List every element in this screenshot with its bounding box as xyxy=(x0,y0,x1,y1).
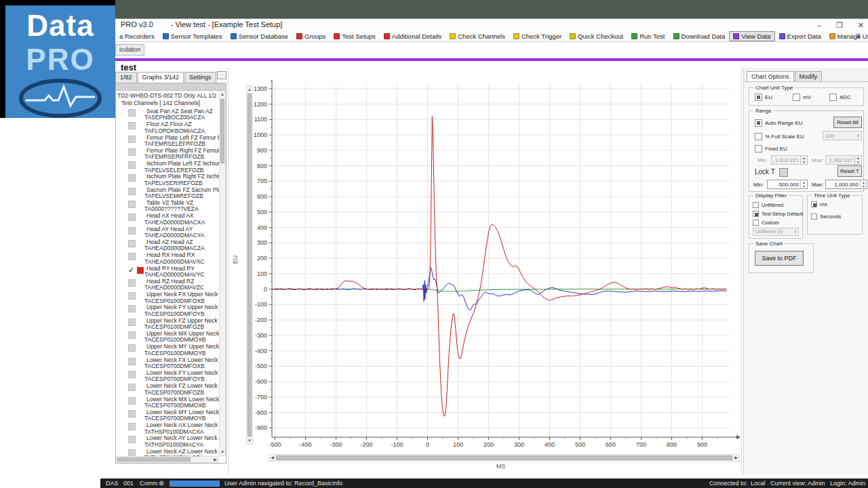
channel-checkbox[interactable] xyxy=(128,436,136,443)
toolbar-button-sensor-database[interactable]: Sensor Database xyxy=(226,31,292,41)
restore-icon[interactable]: ❐ xyxy=(836,22,843,28)
channel-checkbox[interactable] xyxy=(128,227,136,235)
close-icon[interactable]: ✕ xyxy=(858,22,864,28)
adc-checkbox[interactable] xyxy=(829,94,837,101)
unfiltered-checkbox[interactable] xyxy=(753,202,759,208)
channel-checkbox[interactable] xyxy=(128,240,136,247)
fixed-max-spinner[interactable]: 1,362.917▲▼ xyxy=(825,155,862,165)
toolbar-button-check-trigger[interactable]: Check Trigger xyxy=(509,31,566,41)
channel-row-upper-neck-my-upper-neck-my[interactable]: Upper Neck MY Upper Neck MYTACESP0100DMM… xyxy=(116,343,219,356)
scrollbar-thumb[interactable] xyxy=(276,455,732,460)
channel-checkbox[interactable] xyxy=(128,292,136,300)
channel-checkbox[interactable] xyxy=(128,136,136,143)
tree-group-row[interactable]: Test Channels [ 142 Channels] xyxy=(116,100,219,108)
channel-checkbox[interactable] xyxy=(128,423,136,430)
channel-row-lower-neck-fy-lower-neck-fy[interactable]: Lower Neck FY Lower Neck FYTACESP0700DMF… xyxy=(116,369,219,382)
checkmark-icon[interactable]: ✓ xyxy=(128,266,134,274)
full-scale-dropdown[interactable]: 100∨ xyxy=(823,131,862,140)
seconds-checkbox[interactable] xyxy=(811,214,817,220)
filter-dropdown[interactable]: Unfiltered (0)∨ xyxy=(753,228,799,236)
tab-1-82[interactable]: 1/82 xyxy=(115,72,137,83)
channel-row-head-ry-head-ry[interactable]: ✓Head RY Head RYTAHEAD0000DMAVYC xyxy=(116,265,219,278)
channel-checkbox[interactable] xyxy=(128,410,136,418)
channel-row-lower-neck-fz-lower-neck-fz[interactable]: Lower Neck FZ Lower Neck FZTACESP0700DMF… xyxy=(116,382,219,395)
channel-row-upper-neck-fy-upper-neck-fy[interactable]: Upper Neck FY Upper Neck FYTACESP0100DMF… xyxy=(116,304,219,317)
channel-checkbox[interactable] xyxy=(128,449,136,456)
channel-row-ischium-plate-left-fz-ischium-plat[interactable]: Ischium Plate Left FZ Ischium PlatTAPELV… xyxy=(116,160,219,173)
channel-checkbox[interactable] xyxy=(128,214,136,221)
ms-checkbox[interactable] xyxy=(811,201,817,207)
toolbar-button-test-setups[interactable]: Test Setups xyxy=(330,31,380,41)
channel-checkbox[interactable] xyxy=(128,201,136,208)
lock-t-checkbox[interactable] xyxy=(779,168,788,177)
channel-checkbox[interactable] xyxy=(128,331,136,339)
channel-row-head-rx-head-rx[interactable]: Head RX Head RXTAHEAD0000DMAVXC xyxy=(116,251,219,264)
custom-option[interactable]: Custom xyxy=(753,219,779,226)
ms-option[interactable]: ms xyxy=(811,201,827,207)
save-to-pdf-button[interactable]: Save to PDF xyxy=(755,251,804,266)
fixed-eu-option[interactable]: Fixed EU xyxy=(755,145,787,152)
scroll-right-icon[interactable]: ▶ xyxy=(212,457,218,462)
channel-checkbox[interactable] xyxy=(128,161,136,169)
tab-modify[interactable]: Modify xyxy=(795,71,823,81)
channel-checkbox[interactable] xyxy=(128,148,136,156)
scroll-left-icon[interactable]: ◀ xyxy=(269,455,275,461)
toolbar-button-download-data[interactable]: Download Data xyxy=(669,31,730,41)
scrollbar-thumb[interactable] xyxy=(117,458,191,462)
t-min-spinner[interactable]: -500.000▲▼ xyxy=(767,180,808,189)
channel-checkbox[interactable] xyxy=(128,358,136,365)
option-adc[interactable]: ADC xyxy=(829,94,851,101)
toolbar-button-run-test[interactable]: Run Test xyxy=(627,31,669,41)
tab-settings[interactable]: Settings xyxy=(184,72,216,83)
t-max-spinner[interactable]: 1,000.000▲▼ xyxy=(825,180,867,189)
channel-row-upper-neck-fz-upper-neck-fz[interactable]: Upper Neck FZ Upper Neck FZTACESP0100DMF… xyxy=(116,317,219,330)
channel-checkbox[interactable] xyxy=(128,188,136,195)
channel-checkbox[interactable] xyxy=(128,174,136,182)
scrollbar-thumb[interactable] xyxy=(220,99,224,163)
custom-checkbox[interactable] xyxy=(753,220,759,226)
channel-checkbox[interactable] xyxy=(128,109,136,117)
test-setup-default-checkbox[interactable] xyxy=(753,211,759,217)
full-scale-checkbox[interactable] xyxy=(755,133,762,140)
channel-row-lower-neck-fx-lower-neck-fx[interactable]: Lower Neck FX Lower Neck FXTACESP0700DMF… xyxy=(116,357,219,369)
channel-row-head-rz-head-rz[interactable]: Head RZ Head RZTAHEAD0000DMAVZC xyxy=(116,278,219,291)
toolbar-button-groups[interactable]: Groups xyxy=(292,31,330,41)
scroll-right-icon[interactable]: ▶ xyxy=(733,455,739,461)
channel-row-floor-az-floor-az[interactable]: Floor AZ Floor AZTAFLORDKBOMIACZA xyxy=(116,121,219,134)
channel-row-table-vz-table-vz[interactable]: Table VZ Table VZTA0000??????VEZA xyxy=(116,199,219,212)
channel-checkbox[interactable] xyxy=(128,122,136,129)
toolbar-button-check-channels[interactable]: Check Channels xyxy=(446,31,509,41)
option-mv[interactable]: mV xyxy=(793,94,811,101)
fixed-eu-checkbox[interactable] xyxy=(755,145,762,152)
expand-panel-button[interactable]: ·· xyxy=(217,71,226,79)
full-scale-option[interactable]: % Full Scale EU xyxy=(755,133,804,140)
mv-checkbox[interactable] xyxy=(793,94,800,101)
channel-row-lower-neck-mx-lower-neck-mx[interactable]: Lower Neck MX Lower Neck MXTACESP0700DMM… xyxy=(116,396,219,409)
channel-checkbox[interactable] xyxy=(128,279,136,287)
fixed-min-spinner[interactable]: -1,002.221▲▼ xyxy=(771,155,808,165)
toolbar-button-view-data[interactable]: View Data xyxy=(729,31,774,41)
scroll-down-icon[interactable]: ▼ xyxy=(220,449,225,455)
reset-t-button[interactable]: Reset T xyxy=(837,165,862,177)
channel-row-head-ax-head-ax[interactable]: Head AX Head AXTAHEAD0000DMACXA xyxy=(116,212,219,225)
auto-range-checkbox[interactable] xyxy=(755,119,762,127)
chart-horizontal-scrollbar[interactable]: ◀ ▶ xyxy=(269,454,740,462)
channel-checkbox[interactable] xyxy=(128,253,136,260)
channel-checkbox[interactable] xyxy=(128,319,136,326)
channel-row-lower-neck-ax-lower-neck-ax[interactable]: Lower Neck AX Lower Neck AXTATHSP0100DMA… xyxy=(116,422,219,434)
channel-row-head-az-head-az[interactable]: Head AZ Head AZTAHEAD0000DMACZA xyxy=(116,239,219,251)
spinner-arrows[interactable]: ▲▼ xyxy=(800,180,807,188)
option-eu[interactable]: EU xyxy=(755,94,772,101)
toolbar-button-a-recorders[interactable]: a Recorders xyxy=(115,31,159,41)
channel-checkbox[interactable] xyxy=(128,371,136,378)
test-setup-default-option[interactable]: Test Setup Default xyxy=(753,210,803,217)
spinner-arrows[interactable]: ▲▼ xyxy=(854,156,861,164)
scroll-up-icon[interactable]: ▲ xyxy=(220,91,225,98)
channel-checkbox[interactable] xyxy=(128,397,136,405)
channel-list-vertical-scrollbar[interactable]: ▲ ▼ xyxy=(219,91,226,456)
channel-checkbox[interactable] xyxy=(128,384,136,391)
toolbar-button-sensor-templates[interactable]: Sensor Templates xyxy=(159,31,226,41)
channel-row-femur-plate-left-fz-femur-plate-l[interactable]: Femur Plate Left FZ Femur Plate LTAFEMRS… xyxy=(116,134,219,147)
tab-articulation[interactable]: iculation xyxy=(115,44,144,56)
spinner-arrows[interactable]: ▲▼ xyxy=(800,156,807,164)
